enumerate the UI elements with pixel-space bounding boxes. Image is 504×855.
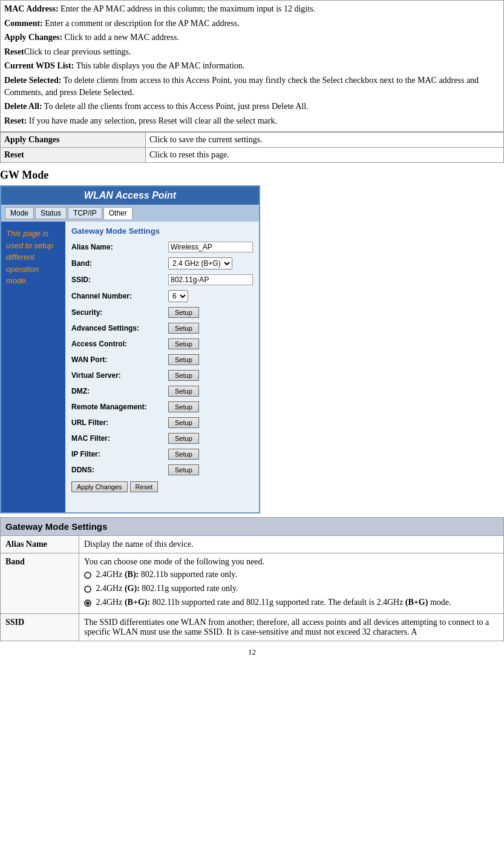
ip-filter-row: IP Filter: Setup — [71, 449, 253, 460]
reset-label: Reset — [1, 148, 146, 163]
tab-other[interactable]: Other — [103, 207, 133, 219]
band-select[interactable]: 2.4 GHz (B+G) 2.4 GHz (B) 2.4 GHz (G) — [168, 257, 232, 269]
band-g-radio — [84, 586, 91, 593]
remote-management-row: Remote Management: Setup — [71, 401, 253, 412]
bottom-description-table: Gateway Mode Settings Alias Name Display… — [0, 517, 504, 641]
apply-changes-info: Apply Changes: Click to add a new MAC ad… — [4, 31, 500, 44]
mac-filter-label: MAC Filter: — [71, 434, 168, 443]
advanced-value: Setup — [168, 323, 199, 334]
top-info-cell: MAC Address: Enter the AP MAC address in… — [1, 1, 504, 132]
advanced-label: Advanced Settings: — [71, 324, 168, 332]
band-options-list: 2.4GHz (B): 802.11b supported rate only.… — [84, 568, 499, 609]
mac-filter-value: Setup — [168, 433, 199, 444]
band-row: Band: 2.4 GHz (B+G) 2.4 GHz (B) 2.4 GHz … — [71, 257, 253, 269]
dmz-value: Setup — [168, 386, 199, 397]
url-filter-row: URL Filter: Setup — [71, 417, 253, 428]
reset-note-info: Reset: If you have made any selection, p… — [4, 115, 500, 127]
wan-port-setup-btn[interactable]: Setup — [168, 354, 199, 365]
action-buttons-row: Apply Changes Reset — [71, 481, 253, 492]
security-label: Security: — [71, 308, 168, 317]
ssid-value — [168, 274, 253, 285]
page-number: 12 — [0, 647, 504, 657]
tab-status[interactable]: Status — [35, 207, 67, 219]
delete-all-info: Delete All: To delete all the clients fr… — [4, 101, 500, 113]
band-option-b: 2.4GHz (B): 802.11b supported rate only. — [84, 568, 499, 581]
alias-name-row: Alias Name: — [71, 242, 253, 253]
advanced-row: Advanced Settings: Setup — [71, 323, 253, 334]
channel-select[interactable]: 6 123 457 — [168, 290, 188, 302]
wlan-tabs: Mode Status TCP/IP Other — [1, 205, 259, 222]
band-desc-row: Band You can choose one mode of the foll… — [1, 553, 504, 614]
gw-mode-title: GW Mode — [0, 169, 504, 182]
band-option-bg: 2.4GHz (B+G): 802.11b supported rate and… — [84, 596, 499, 609]
wlan-header: WLAN Access Point — [1, 187, 259, 205]
remote-management-setup-btn[interactable]: Setup — [168, 401, 199, 412]
bottom-header-cell: Gateway Mode Settings — [1, 518, 504, 536]
reset-info: ResetClick to clear previous settings. — [4, 46, 500, 58]
access-control-setup-btn[interactable]: Setup — [168, 338, 199, 349]
dmz-setup-btn[interactable]: Setup — [168, 386, 199, 397]
ssid-desc-label: SSID — [1, 614, 79, 641]
ddns-setup-btn[interactable]: Setup — [168, 464, 199, 475]
ssid-input[interactable] — [168, 274, 253, 285]
reset-row: Reset Click to reset this page. — [1, 148, 504, 163]
access-control-row: Access Control: Setup — [71, 338, 253, 349]
band-value: 2.4 GHz (B+G) 2.4 GHz (B) 2.4 GHz (G) — [168, 257, 232, 269]
wlan-sidebar: This page is used to setup different ope… — [1, 222, 65, 512]
alias-name-value — [168, 242, 253, 253]
apply-changes-label: Apply Changes — [1, 133, 146, 148]
band-desc-label: Band — [1, 553, 79, 614]
ddns-value: Setup — [168, 464, 199, 475]
access-control-label: Access Control: — [71, 340, 168, 348]
band-label: Band: — [71, 259, 168, 268]
alias-name-desc-label: Alias Name — [1, 536, 79, 553]
channel-row: Channel Number: 6 123 457 — [71, 290, 253, 302]
mac-filter-row: MAC Filter: Setup — [71, 433, 253, 444]
virtual-server-label: Virtual Server: — [71, 371, 168, 380]
ip-filter-label: IP Filter: — [71, 450, 168, 458]
ddns-row: DDNS: Setup — [71, 464, 253, 475]
alias-name-label: Alias Name: — [71, 243, 168, 251]
channel-value: 6 123 457 — [168, 290, 188, 302]
ssid-desc-value: The SSID differentiates one WLAN from an… — [79, 614, 504, 641]
apply-reset-table: Apply Changes Click to save the current … — [0, 132, 504, 163]
apply-changes-value: Click to save the current settings. — [146, 133, 504, 148]
remote-management-label: Remote Management: — [71, 403, 168, 411]
tab-tcpip[interactable]: TCP/IP — [68, 207, 102, 219]
virtual-server-setup-btn[interactable]: Setup — [168, 370, 199, 381]
alias-name-input[interactable] — [168, 242, 253, 253]
current-wds-info: Current WDS List: This table displays yo… — [4, 60, 500, 72]
alias-name-desc-value: Display the name of this device. — [79, 536, 504, 553]
dmz-label: DMZ: — [71, 387, 168, 395]
band-option-g: 2.4GHz (G): 802.11g supported rate only. — [84, 582, 499, 595]
band-desc-value: You can choose one mode of the following… — [79, 553, 504, 614]
reset-value: Click to reset this page. — [146, 148, 504, 163]
wlan-apply-changes-button[interactable]: Apply Changes — [71, 481, 128, 492]
bottom-header-row: Gateway Mode Settings — [1, 518, 504, 536]
mac-filter-setup-btn[interactable]: Setup — [168, 433, 199, 444]
wlan-panel: WLAN Access Point Mode Status TCP/IP Oth… — [0, 185, 260, 513]
comment-info: Comment: Enter a comment or description … — [4, 18, 500, 30]
wan-port-row: WAN Port: Setup — [71, 354, 253, 365]
tab-mode[interactable]: Mode — [5, 207, 34, 219]
top-description-table: MAC Address: Enter the AP MAC address in… — [0, 0, 504, 132]
wlan-main: Gateway Mode Settings Alias Name: Band: … — [65, 222, 259, 512]
access-control-value: Setup — [168, 338, 199, 349]
remote-management-value: Setup — [168, 401, 199, 412]
url-filter-label: URL Filter: — [71, 418, 168, 427]
wlan-reset-button[interactable]: Reset — [130, 481, 159, 492]
security-row: Security: Setup — [71, 307, 253, 318]
advanced-setup-btn[interactable]: Setup — [168, 323, 199, 334]
ssid-label: SSID: — [71, 276, 168, 284]
ip-filter-setup-btn[interactable]: Setup — [168, 449, 199, 460]
security-setup-btn[interactable]: Setup — [168, 307, 199, 318]
virtual-server-value: Setup — [168, 370, 199, 381]
wan-port-label: WAN Port: — [71, 355, 168, 364]
security-value: Setup — [168, 307, 199, 318]
virtual-server-row: Virtual Server: Setup — [71, 370, 253, 381]
band-bg-radio — [84, 599, 91, 607]
url-filter-setup-btn[interactable]: Setup — [168, 417, 199, 428]
wlan-content-area: This page is used to setup different ope… — [1, 222, 259, 512]
alias-name-desc-row: Alias Name Display the name of this devi… — [1, 536, 504, 553]
sidebar-text: This page is used to setup different ope… — [6, 229, 53, 285]
